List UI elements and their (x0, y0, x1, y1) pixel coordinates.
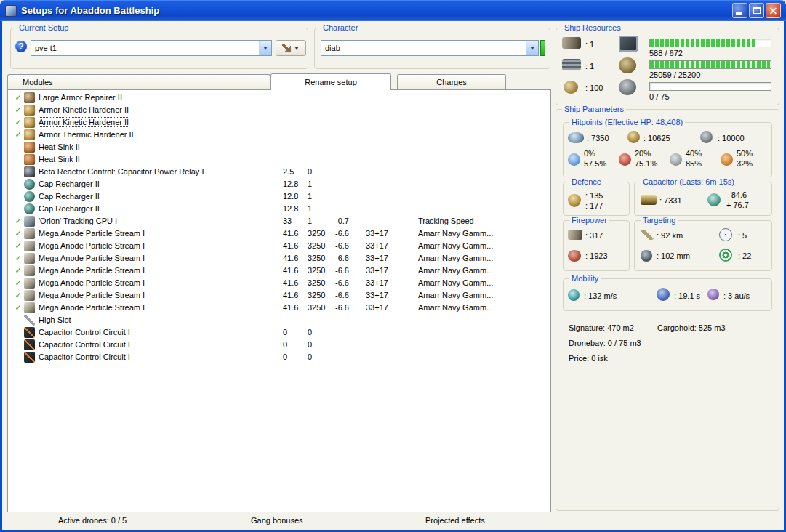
shield-hp-value: : 7350 (587, 134, 609, 142)
laser-turret-icon (24, 302, 35, 313)
module-c5: Amarr Navy Gamm... (418, 302, 550, 314)
module-row[interactable]: ✓Mega Anode Particle Stream I41.63250-6.… (8, 289, 550, 302)
armor-repairer-icon (24, 92, 35, 103)
dropdown-arrow-icon: ▼ (294, 45, 300, 52)
module-c1: 0 (283, 351, 308, 363)
calibration-value: : 100 (585, 84, 603, 92)
defence-value-1: : 135 (585, 191, 603, 200)
active-check-icon: ✓ (12, 265, 24, 277)
tab-rename-setup[interactable]: Rename setup (270, 73, 391, 90)
capacitor-amount: : 7331 (659, 196, 682, 205)
module-c3: -6.6 (335, 265, 366, 277)
setup-combobox[interactable]: pve t1 ▼ (31, 40, 272, 56)
module-row[interactable]: ✓Armor Kinetic Hardener II (8, 116, 550, 129)
align-time-icon (657, 288, 670, 301)
character-status-indicator (540, 40, 545, 56)
warp-speed-value: : 3 au/s (723, 291, 750, 300)
capacitor-flow-icon (707, 193, 721, 206)
current-setup-group: Current Setup ? pve t1 ▼ ▼ (10, 28, 308, 69)
module-name: Mega Anode Particle Stream I (39, 240, 283, 252)
module-c1: 41.6 (283, 252, 308, 265)
projected-effects-label[interactable]: Projected effects (425, 516, 485, 525)
module-row[interactable]: Beta Reactor Control: Capacitor Power Re… (8, 166, 550, 178)
active-check-icon: ✓ (12, 289, 24, 302)
scan-resolution-value: : 102 mm (657, 251, 690, 260)
tab-charges[interactable]: Charges (397, 74, 506, 89)
title-bar: Setups for Abaddon Battleship (0, 0, 786, 21)
active-drones-label[interactable]: Active drones: 0 / 5 (58, 516, 127, 525)
module-row[interactable]: ✓Mega Anode Particle Stream I41.63250-6.… (8, 240, 550, 252)
module-row[interactable]: Capacitor Control Circuit I00 (8, 351, 550, 363)
module-row[interactable]: Capacitor Control Circuit I00 (8, 326, 550, 339)
structure-hp-value: : 10000 (718, 134, 745, 142)
app-window: Setups for Abaddon Battleship Current Se… (0, 0, 786, 532)
dronebay-bar (649, 82, 771, 91)
thermal-resist-shield: 20% (635, 149, 651, 158)
module-row[interactable]: ✓Mega Anode Particle Stream I41.63250-6.… (8, 265, 550, 277)
ship-parameters-label: Ship Parameters (562, 105, 626, 113)
gang-bonuses-label[interactable]: Gang bonuses (251, 516, 303, 525)
module-c2: 3250 (308, 265, 335, 277)
setup-tools-button[interactable]: ▼ (276, 40, 306, 56)
module-row[interactable]: Cap Recharger II12.81 (8, 178, 550, 190)
module-c2: 3250 (308, 277, 335, 289)
active-check-icon: ✓ (12, 116, 24, 129)
module-row[interactable]: ✓Mega Anode Particle Stream I41.63250-6.… (8, 277, 550, 289)
character-combobox[interactable]: diab ▼ (321, 40, 539, 56)
character-combobox-arrow[interactable]: ▼ (526, 41, 538, 55)
laser-turret-icon (24, 253, 35, 264)
module-c2: 1 (308, 178, 335, 190)
module-row[interactable]: Heat Sink II (8, 153, 550, 166)
module-row[interactable]: Heat Sink II (8, 141, 550, 153)
current-setup-label: Current Setup (17, 23, 71, 32)
firepower-label: Firepower (569, 216, 609, 225)
module-c2: 1 (308, 215, 335, 227)
module-row[interactable]: ✓Mega Anode Particle Stream I41.63250-6.… (8, 227, 550, 240)
tab-modules[interactable]: Modules (7, 74, 270, 89)
window-title: Setups for Abaddon Battleship (21, 5, 732, 16)
module-list[interactable]: ✓Large Armor Repairer II✓Armor Kinetic H… (7, 90, 551, 512)
module-name: Large Armor Repairer II (39, 92, 283, 104)
help-icon[interactable]: ? (15, 41, 27, 52)
module-name: Capacitor Control Circuit I (39, 351, 283, 363)
module-name: 'Orion' Tracking CPU I (39, 215, 283, 227)
active-check-icon: ✓ (12, 252, 24, 265)
module-c3: -0.7 (335, 215, 366, 227)
module-row[interactable]: ✓Armor Kinetic Hardener II (8, 104, 550, 116)
module-c2: 3250 (308, 302, 335, 314)
launcher-hardpoints-value: : 1 (585, 62, 594, 70)
module-c2: 0 (308, 339, 335, 351)
module-c3: -6.6 (335, 302, 366, 314)
module-row[interactable]: High Slot (8, 314, 550, 326)
wrench-icon (24, 315, 35, 326)
module-row[interactable]: Capacitor Control Circuit I00 (8, 339, 550, 351)
firepower-group: Firepower : 317 : 1923 (563, 220, 630, 271)
hitpoints-label: Hitpoints (Effective HP: 48,408) (569, 118, 685, 126)
module-row[interactable]: Cap Recharger II12.81 (8, 203, 550, 215)
minimize-button[interactable] (732, 3, 747, 18)
module-row[interactable]: Cap Recharger II12.81 (8, 190, 550, 203)
close-button[interactable] (766, 3, 781, 18)
active-check-icon: ✓ (12, 240, 24, 252)
module-row[interactable]: ✓'Orion' Tracking CPU I331-0.7Tracking S… (8, 215, 550, 227)
launcher-hardpoints-icon (562, 59, 581, 70)
max-velocity-value: : 132 m/s (584, 291, 617, 300)
defence-value-2: : 177 (585, 201, 603, 210)
module-c1: 41.6 (283, 240, 308, 252)
module-row[interactable]: ✓Large Armor Repairer II (8, 92, 550, 104)
module-row[interactable]: ✓Mega Anode Particle Stream I41.63250-6.… (8, 252, 550, 265)
laser-turret-icon (24, 265, 35, 276)
setup-combobox-arrow[interactable]: ▼ (259, 41, 271, 55)
warp-speed-icon (707, 289, 719, 300)
module-name: Cap Recharger II (39, 203, 283, 215)
maximize-button[interactable] (749, 3, 764, 18)
module-row[interactable]: ✓Mega Anode Particle Stream I41.63250-6.… (8, 302, 550, 314)
module-c4: 33+17 (366, 265, 418, 277)
module-c5: Amarr Navy Gamm... (418, 265, 550, 277)
dronebay-value: 0 / 75 (649, 92, 670, 101)
module-name: Heat Sink II (39, 141, 283, 153)
dronebay-icon (619, 79, 636, 95)
module-row[interactable]: ✓Armor Thermic Hardener II (8, 129, 550, 141)
active-check-icon: ✓ (12, 129, 24, 141)
module-c1: 0 (283, 326, 308, 339)
